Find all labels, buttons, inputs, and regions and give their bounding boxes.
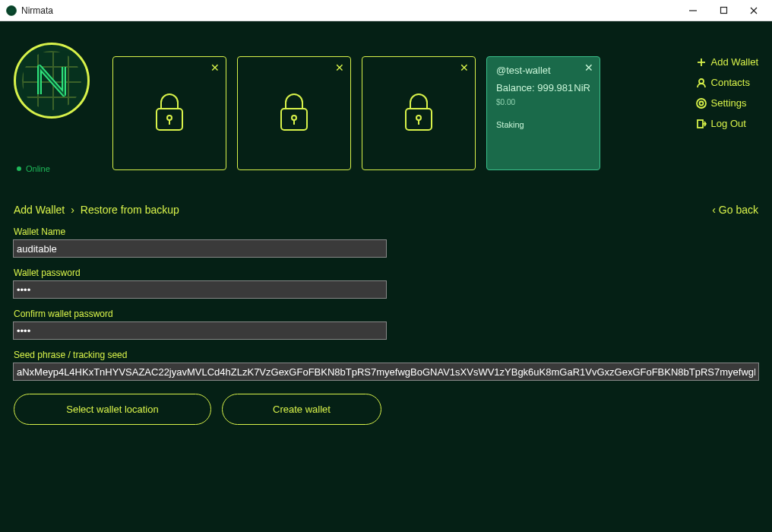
- svg-point-17: [697, 99, 706, 108]
- wallet-name-label: Wallet Name: [14, 226, 758, 237]
- nav-add-wallet[interactable]: Add Wallet: [696, 56, 758, 68]
- wallet-password-input[interactable]: [14, 281, 386, 298]
- balance-label: Balance:: [496, 82, 535, 93]
- nav-label: Add Wallet: [711, 56, 758, 68]
- wallet-password-label: Wallet password: [14, 268, 758, 278]
- lock-icon: [275, 90, 313, 136]
- staking-label: Staking: [496, 120, 590, 129]
- active-wallet-name: @test-wallet: [496, 65, 590, 76]
- nav-contacts[interactable]: Contacts: [696, 77, 758, 88]
- svg-rect-18: [698, 120, 703, 128]
- close-icon[interactable]: ✕: [584, 62, 593, 74]
- logo: [14, 43, 90, 119]
- lock-icon: [400, 90, 438, 136]
- plus-icon: [696, 57, 707, 68]
- svg-point-8: [292, 116, 296, 120]
- user-icon: [696, 78, 707, 88]
- nav-logout[interactable]: Log Out: [696, 118, 758, 129]
- chevron-right-icon: ›: [71, 204, 74, 216]
- svg-point-15: [699, 79, 704, 84]
- close-icon[interactable]: ✕: [210, 62, 220, 74]
- go-back-button[interactable]: ‹ Go back: [712, 204, 758, 216]
- window-titlebar: Nirmata: [0, 0, 772, 21]
- breadcrumb-root[interactable]: Add Wallet: [14, 204, 65, 216]
- confirm-password-input[interactable]: [14, 322, 386, 339]
- minimize-button[interactable]: [678, 1, 708, 21]
- maximize-button[interactable]: [708, 1, 739, 21]
- svg-point-16: [699, 101, 703, 105]
- app-icon: [6, 5, 17, 16]
- status-dot-icon: [17, 166, 21, 171]
- svg-rect-1: [720, 8, 726, 14]
- wallet-name-input[interactable]: [14, 240, 386, 257]
- currency-label: NiR: [574, 82, 590, 93]
- nav-label: Log Out: [711, 118, 746, 129]
- nav-label: Contacts: [711, 77, 750, 88]
- gear-icon: [696, 98, 707, 109]
- go-back-label: Go back: [719, 204, 758, 216]
- app-body: Online ✕ ✕ ✕ ✕: [0, 21, 772, 532]
- nav-settings[interactable]: Settings: [696, 97, 758, 109]
- close-button[interactable]: [739, 1, 769, 21]
- locked-wallet-card[interactable]: ✕: [112, 56, 226, 170]
- status-indicator: Online: [17, 164, 112, 173]
- lock-icon: [150, 90, 188, 136]
- seed-phrase-input[interactable]: [14, 363, 758, 380]
- svg-point-11: [416, 116, 421, 120]
- balance-value: 999.981: [537, 82, 573, 93]
- create-wallet-button[interactable]: Create wallet: [222, 394, 381, 425]
- locked-wallet-card[interactable]: ✕: [362, 56, 476, 170]
- select-wallet-location-button[interactable]: Select wallet location: [14, 394, 211, 425]
- svg-point-5: [167, 116, 172, 120]
- balance-usd: $0.00: [496, 98, 590, 106]
- breadcrumb: Add Wallet › Restore from backup: [14, 204, 179, 216]
- confirm-password-label: Confirm wallet password: [14, 309, 758, 319]
- nav-label: Settings: [711, 97, 747, 109]
- chevron-left-icon: ‹: [712, 204, 716, 216]
- active-wallet-card[interactable]: ✕ @test-wallet Balance: 999.981 NiR $0.0…: [486, 56, 600, 170]
- logout-icon: [696, 119, 707, 129]
- status-label: Online: [26, 164, 50, 173]
- locked-wallet-card[interactable]: ✕: [237, 56, 351, 170]
- close-icon[interactable]: ✕: [460, 62, 469, 74]
- breadcrumb-leaf: Restore from backup: [81, 204, 179, 216]
- close-icon[interactable]: ✕: [335, 62, 344, 74]
- window-title: Nirmata: [21, 5, 53, 16]
- seed-phrase-label: Seed phrase / tracking seed: [14, 350, 758, 360]
